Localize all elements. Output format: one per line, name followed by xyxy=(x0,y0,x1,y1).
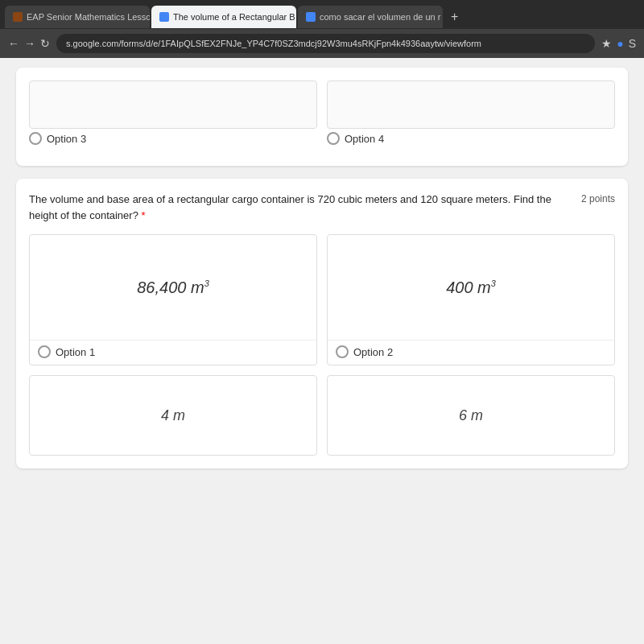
option2-image-area: 400 m3 xyxy=(328,235,614,340)
option2-radio-row[interactable]: Option 2 xyxy=(328,340,614,365)
answer-option1: 86,400 m3 Option 1 xyxy=(29,234,317,365)
top-option3-radio[interactable] xyxy=(29,132,42,145)
top-option4-radio[interactable] xyxy=(327,132,340,145)
tab-icon-eap xyxy=(13,12,23,22)
question-card: The volume and base area of a rectangula… xyxy=(16,179,628,469)
browser-chrome: EAP Senior Mathematics Lesso × The volum… xyxy=(0,0,644,58)
tab-bar: EAP Senior Mathematics Lesso × The volum… xyxy=(0,0,644,29)
tab-eap[interactable]: EAP Senior Mathematics Lesso × xyxy=(5,6,150,28)
option1-radio-row[interactable]: Option 1 xyxy=(30,340,316,365)
top-option4-label: Option 4 xyxy=(345,133,384,145)
top-option3-image xyxy=(29,80,317,129)
bottom-option4: 6 m xyxy=(327,375,615,456)
bottom-option3: 4 m xyxy=(29,375,317,456)
profile-icon[interactable]: ● xyxy=(617,37,623,50)
tab-label-eap: EAP Senior Mathematics Lesso xyxy=(27,12,150,22)
option1-radio[interactable] xyxy=(38,345,51,358)
nav-icons: ← → ↻ xyxy=(8,37,50,50)
browser-action-icons: ★ ● S xyxy=(601,37,636,50)
bottom-options-grid: 4 m 6 m xyxy=(29,375,615,456)
option1-image-area: 86,400 m3 xyxy=(30,235,316,340)
extension-icon[interactable]: S xyxy=(629,37,636,50)
points-badge: 2 points xyxy=(581,193,615,204)
top-option4-image xyxy=(327,80,615,129)
new-tab-button[interactable]: + xyxy=(444,6,464,27)
tab-label-volume: The volume of a Rectangular B xyxy=(173,12,295,22)
tab-icon-como xyxy=(306,12,316,22)
address-input[interactable] xyxy=(56,34,595,53)
question-text: The volume and base area of a rectangula… xyxy=(29,192,581,223)
answer-options-grid: 86,400 m3 Option 1 400 m3 Option 2 xyxy=(29,234,615,365)
top-options-grid: Option 3 Option 4 xyxy=(29,80,615,145)
page-content: Option 3 Option 4 The volume and base ar… xyxy=(0,58,644,644)
top-option4-row[interactable]: Option 4 xyxy=(327,132,615,145)
tab-como[interactable]: como sacar el volumen de un r × xyxy=(298,6,443,28)
tab-icon-volume xyxy=(159,12,169,22)
option2-radio[interactable] xyxy=(336,345,349,358)
bookmark-icon[interactable]: ★ xyxy=(601,37,612,50)
top-option3-row[interactable]: Option 3 xyxy=(29,132,317,145)
forward-icon[interactable]: → xyxy=(24,37,35,50)
top-option3-label: Option 3 xyxy=(47,133,86,145)
top-options-card: Option 3 Option 4 xyxy=(16,68,628,166)
address-bar: ← → ↻ ★ ● S xyxy=(0,29,644,58)
top-option3-container: Option 3 xyxy=(29,80,317,145)
option1-label: Option 1 xyxy=(56,346,95,358)
back-icon[interactable]: ← xyxy=(8,37,19,50)
answer-option2: 400 m3 Option 2 xyxy=(327,234,615,365)
tab-volume[interactable]: The volume of a Rectangular B × xyxy=(151,6,296,28)
reload-icon[interactable]: ↻ xyxy=(40,37,50,50)
option2-label: Option 2 xyxy=(353,346,393,358)
tab-label-como: como sacar el volumen de un r xyxy=(320,12,440,22)
question-header: The volume and base area of a rectangula… xyxy=(29,192,615,223)
top-option4-container: Option 4 xyxy=(327,80,615,145)
